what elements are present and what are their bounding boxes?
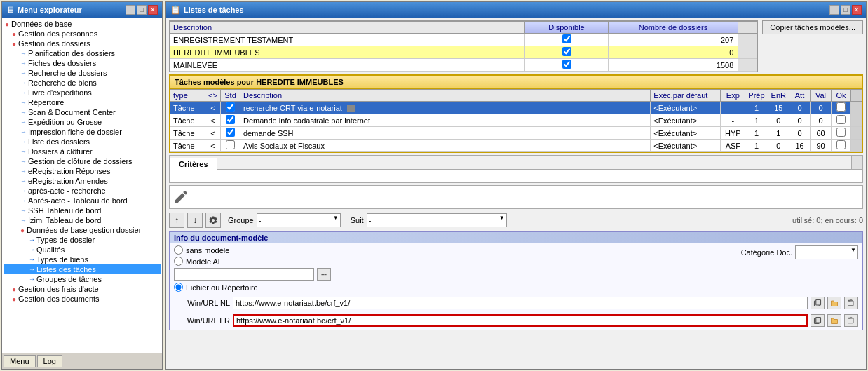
table-row[interactable]: ENREGISTREMENT TESTAMENT 207 <box>170 34 757 46</box>
table-row[interactable]: MAINLEVÉE 1508 <box>170 59 757 72</box>
suit-select-wrapper[interactable]: - <box>367 213 507 227</box>
tree-item-gestion-frais[interactable]: ● Gestion des frais d'acte <box>4 284 161 294</box>
categorie-select-wrapper[interactable] <box>795 245 858 259</box>
winurl-fr-input[interactable] <box>233 314 808 327</box>
cell-disponible[interactable] <box>525 59 608 72</box>
task-row[interactable]: Tâche < demande SSH <Exécutant> HYP 1 1 … <box>170 127 862 140</box>
table-row-highlighted[interactable]: HEREDITE IMMEUBLES 0 <box>170 46 757 59</box>
winurl-nl-btn2[interactable] <box>827 297 841 309</box>
tree-item-gestion-docs[interactable]: ● Gestion des documents <box>4 294 161 304</box>
suit-label: Suit <box>351 216 364 224</box>
tree-item-qualites[interactable]: → Qualités <box>4 245 161 255</box>
tree-item-donnees-base-gestion[interactable]: ● Données de base gestion dossier <box>4 225 161 235</box>
std-checkbox[interactable] <box>226 115 235 124</box>
left-restore-button[interactable]: □ <box>137 5 147 15</box>
radio-input-fichier[interactable] <box>174 283 183 292</box>
tree-item-cloture[interactable]: → Dossiers à clôturer <box>4 147 161 156</box>
winurl-nl-input[interactable] <box>233 297 808 309</box>
task-arrow: < <box>205 127 221 140</box>
tree-item-scan[interactable]: → Scan & Document Center <box>4 107 161 117</box>
right-minimize-button[interactable]: _ <box>829 5 839 15</box>
tree-item-groupes-taches[interactable]: → Groupes de tâches <box>4 274 161 284</box>
right-close-button[interactable]: ✕ <box>852 5 862 15</box>
cell-nombre: 1508 <box>608 59 738 72</box>
task-ok[interactable] <box>832 140 851 152</box>
tree-item-listes-taches[interactable]: → Listes des tâches <box>4 264 161 274</box>
categorie-select[interactable] <box>795 245 858 259</box>
tree-item-recherche-biens[interactable]: → Recherche de biens <box>4 78 161 88</box>
task-std[interactable] <box>221 127 240 140</box>
task-ok[interactable] <box>832 102 851 114</box>
radio-input-modele-al[interactable] <box>174 257 183 266</box>
disponible-checkbox[interactable] <box>562 60 571 69</box>
left-close-button[interactable]: ✕ <box>148 5 158 15</box>
log-button[interactable]: Log <box>37 355 62 367</box>
winurl-nl-btn1[interactable] <box>811 297 825 309</box>
tree-item-gestion-cloture[interactable]: → Gestion de clôture de dossiers <box>4 156 161 166</box>
tree-label: Fiches des dossiers <box>28 59 96 67</box>
tree-item-apres-acte-tb[interactable]: → Après-acte - Tableau de bord <box>4 196 161 205</box>
cell-disponible[interactable] <box>525 34 608 46</box>
copy-tasks-button[interactable]: Copier tâches modèles... <box>762 20 863 34</box>
tree-item-impression[interactable]: → Impression fiche de dossier <box>4 127 161 137</box>
radio-modele-al[interactable]: Modèle AL <box>174 257 331 266</box>
task-std[interactable] <box>221 114 240 127</box>
modele-al-input[interactable] <box>174 268 314 281</box>
winurl-nl-btn3[interactable] <box>844 297 858 309</box>
tree-label: Données de base gestion dossier <box>27 226 141 234</box>
tree-item-donnees-base[interactable]: ● Données de base <box>4 19 161 29</box>
tree-item-expedition[interactable]: → Expédition ou Grosse <box>4 117 161 127</box>
tree-item-eregistration-rep[interactable]: → eRegistration Réponses <box>4 166 161 176</box>
tree-item-gestion-personnes[interactable]: ● Gestion des personnes <box>4 29 161 39</box>
tree-item-repertoire[interactable]: → Répertoire <box>4 97 161 107</box>
radio-sans-modele[interactable]: sans modèle <box>174 245 331 255</box>
tree-item-recherche-dossiers[interactable]: → Recherche de dossiers <box>4 68 161 78</box>
groupe-select[interactable]: - <box>257 213 341 227</box>
criteria-tab-button[interactable]: Critères <box>170 158 217 170</box>
tree-item-planification[interactable]: → Planification des dossiers <box>4 48 161 58</box>
tree-item-gestion-dossiers[interactable]: ● Gestion des dossiers <box>4 39 161 48</box>
task-ok[interactable] <box>832 114 851 127</box>
disponible-checkbox[interactable] <box>562 34 571 43</box>
left-minimize-button[interactable]: _ <box>126 5 135 15</box>
tree-item-livre[interactable]: → Livre d'expéditions <box>4 88 161 97</box>
std-checkbox[interactable] <box>226 140 235 149</box>
right-restore-button[interactable]: □ <box>841 5 850 15</box>
tree-item-fiches[interactable]: → Fiches des dossiers <box>4 58 161 68</box>
tree-item-apres-acte-rech[interactable]: → après-acte - recherche <box>4 186 161 196</box>
radio-fichier[interactable]: Fichier ou Répertoire <box>174 283 331 292</box>
winurl-fr-btn2[interactable] <box>827 314 841 327</box>
groupe-select-wrapper[interactable]: - <box>257 213 341 227</box>
modele-al-browse-button[interactable]: ··· <box>317 268 331 281</box>
edit-button[interactable] <box>205 213 221 228</box>
task-row[interactable]: Tâche < Demande info cadastrale par inte… <box>170 114 862 127</box>
ok-checkbox[interactable] <box>836 115 846 124</box>
suit-select[interactable]: - <box>367 213 507 227</box>
tree-label: Répertoire <box>28 98 64 107</box>
tree-item-types-biens[interactable]: → Types de biens <box>4 255 161 264</box>
radio-input-sans-modele[interactable] <box>174 245 183 255</box>
move-up-button[interactable]: ↑ <box>169 213 184 228</box>
winurl-fr-btn1[interactable] <box>811 314 825 327</box>
task-row[interactable]: Tâche < Avis Sociaux et Fiscaux <Exécuta… <box>170 140 862 152</box>
std-checkbox[interactable] <box>226 128 235 137</box>
tree-item-liste-dossiers[interactable]: → Liste des dossiers <box>4 137 161 147</box>
ok-checkbox[interactable] <box>836 140 846 149</box>
disponible-checkbox[interactable] <box>562 47 571 56</box>
winurl-fr-btn3[interactable] <box>844 314 858 327</box>
tree-item-eregistration-am[interactable]: → eRegistration Amendes <box>4 176 161 186</box>
cell-disponible[interactable] <box>525 46 608 59</box>
ok-checkbox[interactable] <box>836 128 846 137</box>
task-std[interactable] <box>221 102 240 114</box>
tree-item-ssh-tb[interactable]: → SSH Tableau de bord <box>4 205 161 215</box>
tree-item-izimi-tb[interactable]: → Izimi Tableau de bord <box>4 215 161 225</box>
radio-group: sans modèle Modèle AL ··· Fichier ou Rép… <box>174 245 331 292</box>
task-ok[interactable] <box>832 127 851 140</box>
move-down-button[interactable]: ↓ <box>187 213 203 228</box>
menu-button[interactable]: Menu <box>4 355 36 367</box>
arrow-icon: → <box>20 187 27 194</box>
task-std[interactable] <box>221 140 240 152</box>
task-row-selected[interactable]: Tâche < recherche CRT via e-notariat ···… <box>170 102 862 114</box>
tree-item-types-dossier[interactable]: → Types de dossier <box>4 235 161 245</box>
col-desc: Description <box>240 90 651 102</box>
